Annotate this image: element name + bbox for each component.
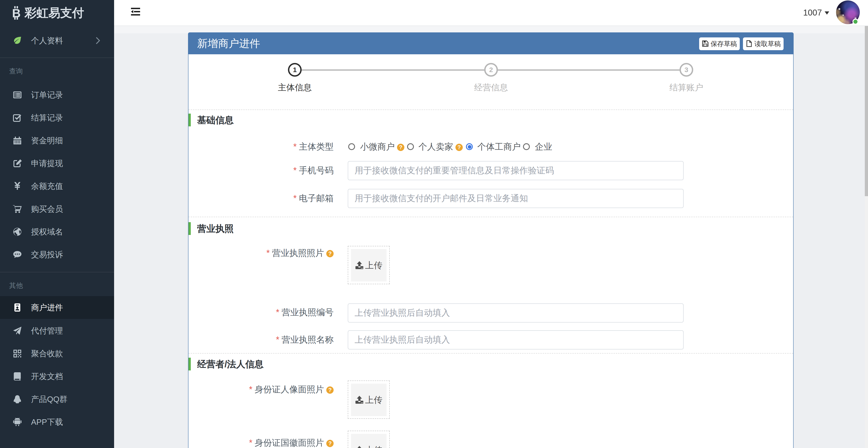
svg-text:B: B xyxy=(12,7,21,20)
